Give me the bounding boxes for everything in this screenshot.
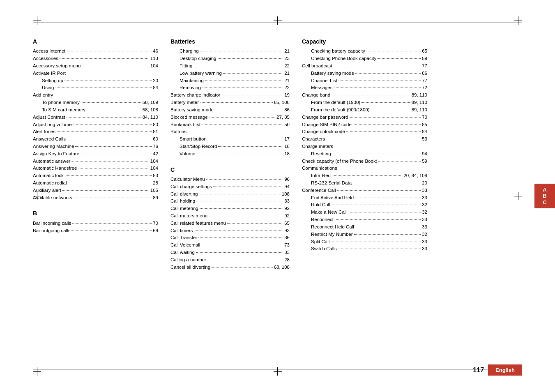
entry-add-entry: Add entry bbox=[33, 92, 158, 99]
entry-bar-incoming: Bar incoming calls 70 bbox=[33, 220, 158, 227]
entry-assign-key: Assign Key to Feature 42 bbox=[33, 150, 158, 158]
top-border-line bbox=[33, 23, 522, 23]
footer: 117 English bbox=[473, 364, 522, 376]
entry-change-unlock-code: Change unlock code 84 bbox=[302, 128, 427, 136]
entry-check-capacity: Check capacity (of the Phone Book) 59 bbox=[302, 158, 427, 165]
column-1: A Access Internet 46 Accessories 113 Acc… bbox=[33, 33, 164, 351]
entry-low-battery: Low battery warning 21 bbox=[170, 70, 290, 77]
entry-communications: Communications bbox=[302, 165, 427, 172]
entry-calling-number: Calling a number 28 bbox=[170, 256, 290, 264]
entry-answering-machine: Answering Machine 76 bbox=[33, 143, 158, 150]
entry-accessories: Accessories 113 bbox=[33, 55, 158, 62]
entry-restrict-my-number: Restrict My Number 32 bbox=[302, 231, 427, 238]
entry-battery-saving-mode: Battery saving mode 86 bbox=[302, 70, 427, 77]
entry-reconnect-held-call: Reconnect Held Call 33 bbox=[302, 224, 427, 231]
crosshair-mid-right bbox=[514, 192, 522, 200]
section-capacity-header: Capacity bbox=[302, 37, 427, 46]
entry-volume: Volume 18 bbox=[170, 150, 290, 158]
entry-automatic-answer: Automatic answer 104 bbox=[33, 158, 158, 165]
language-label: English bbox=[495, 367, 515, 373]
entry-desktop-charging: Desktop charging 23 bbox=[170, 55, 290, 62]
entry-auxiliary-alert: Auxiliary alert 105 bbox=[33, 187, 158, 194]
entry-from-default-1900: From the default (1900) 89, 110 bbox=[302, 99, 427, 106]
entry-checking-phonebook-capacity: Checking Phone Book capacity 59 bbox=[302, 55, 427, 62]
entry-to-phone-memory: To phone memory 58, 109 bbox=[33, 99, 158, 106]
entry-available-networks: Available networks 89 bbox=[33, 194, 158, 202]
entry-blocked-message: Blocked message 27, 85 bbox=[170, 114, 290, 121]
abc-tab: ABC bbox=[534, 184, 555, 208]
crosshair-mid-bottom bbox=[274, 367, 282, 376]
entry-call-metering: Call metering 92 bbox=[170, 205, 290, 212]
entry-using: Using 84 bbox=[33, 84, 158, 92]
column-3: Capacity Checking battery capacity 65 Ch… bbox=[296, 33, 452, 351]
entry-cancel-all-diverting: Cancel all diverting 68, 108 bbox=[170, 264, 290, 271]
section-B-header: B bbox=[33, 209, 158, 218]
entry-buttons: Buttons bbox=[170, 128, 290, 136]
entry-automatic-lock: Automatic lock 83 bbox=[33, 172, 158, 180]
entry-conference-call: Conference Call 33 bbox=[302, 187, 427, 194]
entry-call-transfer: Call Transfer 36 bbox=[170, 234, 290, 242]
crosshair-top-left bbox=[33, 16, 41, 25]
page-number: 117 bbox=[473, 367, 484, 374]
entry-call-waiting: Call waiting 33 bbox=[170, 249, 290, 256]
entry-to-sim-card: To SIM card memory 58, 108 bbox=[33, 106, 158, 114]
entry-answered-calls: Answered Calls 60 bbox=[33, 136, 158, 143]
entry-call-voicemail: Call Voicemail 73 bbox=[170, 242, 290, 249]
entry-checking-battery-capacity: Checking battery capacity 65 bbox=[302, 48, 427, 55]
crosshair-bottom-left bbox=[33, 367, 41, 376]
entry-resetting: Resetting 94 bbox=[302, 150, 427, 158]
entry-cell-broadcast: Cell broadcast 77 bbox=[302, 62, 427, 70]
page-container: ABC A Access Internet 46 Accessories 113… bbox=[0, 0, 555, 392]
entry-change-band: Change band 89, 110 bbox=[302, 92, 427, 99]
entry-access-internet: Access Internet 46 bbox=[33, 48, 158, 55]
entry-bookmark-list: Bookmark List 50 bbox=[170, 121, 290, 129]
section-A-header: A bbox=[33, 37, 158, 46]
entry-call-timers: Call timers 93 bbox=[170, 227, 290, 235]
entry-reconnect: Reconnect 33 bbox=[302, 216, 427, 224]
entry-battery-meter: Battery meter 65, 108 bbox=[170, 99, 290, 106]
entry-accessory-setup: Accessory setup menu 104 bbox=[33, 62, 158, 70]
entry-hold-call: Hold Call 32 bbox=[302, 201, 427, 209]
entry-automatic-redial: Automatic redial 28 bbox=[33, 180, 158, 187]
entry-change-bar-password: Change bar password 70 bbox=[302, 114, 427, 121]
entry-adjust-contrast: Adjust Contrast 84, 110 bbox=[33, 114, 158, 121]
language-badge: English bbox=[488, 364, 522, 376]
entry-end-active-held: End Active And Held 33 bbox=[302, 194, 427, 202]
section-batteries-header: Batteries bbox=[170, 37, 290, 46]
entry-bar-outgoing: Bar outgoing calls 69 bbox=[33, 227, 158, 235]
entry-call-holding: Call holding 33 bbox=[170, 198, 290, 205]
entry-smart-button: Smart button 17 bbox=[170, 136, 290, 143]
entry-battery-saving: Battery saving mode 86 bbox=[170, 106, 290, 114]
entry-characters: Characters 53 bbox=[302, 136, 427, 143]
column-2: Batteries Charging 21 Desktop charging 2… bbox=[164, 33, 296, 351]
entry-removing: Removing 22 bbox=[170, 84, 290, 92]
crosshair-mid-top bbox=[274, 16, 282, 25]
entry-change-sim-pin2: Change SIM PIN2 code 85 bbox=[302, 121, 427, 129]
entry-activate-ir-port: Activate IR Port bbox=[33, 70, 158, 77]
entry-rs232: RS-232 Serial Data 20 bbox=[302, 180, 427, 187]
entry-channel-list: Channel List 77 bbox=[302, 77, 427, 85]
entry-setting-up: Setting up 20 bbox=[33, 77, 158, 85]
entry-alert-tones: Alert tones 81 bbox=[33, 128, 158, 136]
entry-charge-meters: Charge meters bbox=[302, 143, 427, 150]
bottom-border-line bbox=[33, 369, 522, 369]
entry-start-stop-record: Start/Stop Record 18 bbox=[170, 143, 290, 150]
crosshair-top-right bbox=[514, 16, 522, 25]
entry-calculator-menu: Calculator Menu 96 bbox=[170, 176, 290, 183]
entry-from-default-900: From the default (900/1800) 89, 110 bbox=[302, 106, 427, 114]
entry-make-new-call: Make a New Call 32 bbox=[302, 209, 427, 216]
entry-infra-red: Infra-Red 20, 84, 108 bbox=[302, 172, 427, 180]
crosshair-mid-left bbox=[33, 192, 41, 200]
entry-call-charge-settings: Call charge settings 94 bbox=[170, 183, 290, 191]
entry-maintaining: Maintaining 21 bbox=[170, 77, 290, 85]
entry-adjust-ring: Adjust ring volume 80 bbox=[33, 121, 158, 129]
entry-charging: Charging 21 bbox=[170, 48, 290, 55]
entry-call-related-features: Call related features menu 65 bbox=[170, 220, 290, 227]
entry-call-meters-menu: Call meters menu 92 bbox=[170, 212, 290, 220]
section-C-header: C bbox=[170, 165, 290, 174]
entry-automatic-handsfree: Automatic Handsfree 104 bbox=[33, 165, 158, 172]
entry-battery-charge-indicator: Battery charge indicator 19 bbox=[170, 92, 290, 99]
entry-switch-calls: Switch Calls 33 bbox=[302, 245, 427, 253]
entry-fitting: Fitting 22 bbox=[170, 62, 290, 70]
entry-messages: Messages 72 bbox=[302, 84, 427, 92]
